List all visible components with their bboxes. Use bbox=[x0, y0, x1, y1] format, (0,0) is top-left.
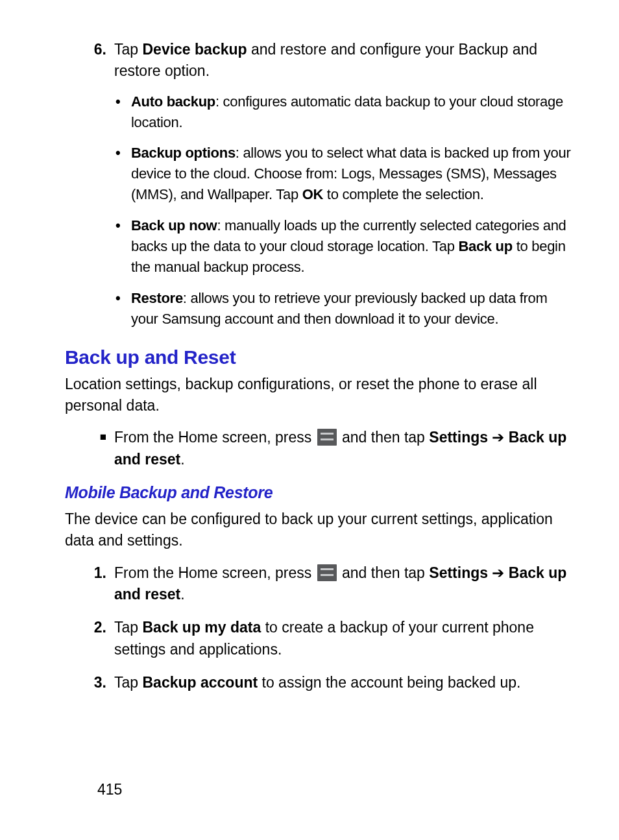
step-6: 6. Tap Device backup and restore and con… bbox=[78, 39, 574, 82]
text: and then tap bbox=[338, 564, 430, 581]
bold-label: Device backup bbox=[142, 41, 247, 58]
bold-label: Settings bbox=[429, 429, 488, 446]
bold-label: Backup options bbox=[131, 145, 236, 161]
arrow-icon: ➔ bbox=[488, 564, 509, 581]
text: Tap bbox=[114, 41, 142, 58]
square-bullet-icon: ■ bbox=[78, 427, 114, 448]
bold-label: Back up my data bbox=[142, 619, 261, 636]
text: and then tap bbox=[338, 429, 430, 446]
bold-label: Backup account bbox=[142, 674, 258, 691]
square-step-text: From the Home screen, press and then tap… bbox=[114, 427, 574, 470]
step-1: 1. From the Home screen, press and then … bbox=[78, 562, 574, 606]
step-6-sub-bullets: Auto backup: configures automatic data b… bbox=[114, 91, 574, 330]
text: . bbox=[180, 451, 184, 468]
step-2: 2. Tap Back up my data to create a backu… bbox=[78, 617, 574, 660]
menu-icon bbox=[317, 429, 337, 446]
text: Tap bbox=[114, 674, 142, 691]
bold-label: OK bbox=[302, 186, 323, 202]
step-number: 1. bbox=[78, 562, 114, 583]
step-number: 3. bbox=[78, 672, 114, 693]
page-number: 415 bbox=[97, 781, 122, 798]
step-3: 3. Tap Backup account to assign the acco… bbox=[78, 672, 574, 693]
step-2-text: Tap Back up my data to create a backup o… bbox=[114, 617, 574, 660]
subheading: Mobile Backup and Restore bbox=[65, 483, 574, 502]
text: : allows you to retrieve your previously… bbox=[131, 290, 547, 327]
document-page: 6. Tap Device backup and restore and con… bbox=[0, 0, 619, 840]
text: From the Home screen, press bbox=[114, 564, 316, 581]
bold-label: Back up now bbox=[131, 217, 217, 234]
sub-bullet: Back up now: manually loads up the curre… bbox=[114, 215, 574, 278]
step-6-text: Tap Device backup and restore and config… bbox=[114, 39, 574, 82]
menu-icon bbox=[317, 564, 337, 581]
section-heading: Back up and Reset bbox=[65, 346, 574, 368]
step-1-text: From the Home screen, press and then tap… bbox=[114, 562, 574, 606]
sub-bullet: Auto backup: configures automatic data b… bbox=[114, 91, 574, 133]
step-6-number: 6. bbox=[78, 39, 114, 60]
step-3-text: Tap Backup account to assign the account… bbox=[114, 672, 574, 693]
sub-bullet: Restore: allows you to retrieve your pre… bbox=[114, 288, 574, 330]
step-number: 2. bbox=[78, 617, 114, 638]
arrow-icon: ➔ bbox=[488, 429, 509, 446]
sub-intro: The device can be configured to back up … bbox=[65, 509, 574, 552]
text: to assign the account being backed up. bbox=[258, 674, 520, 691]
text: From the Home screen, press bbox=[114, 429, 316, 446]
bold-label: Settings bbox=[429, 564, 488, 581]
square-step: ■ From the Home screen, press and then t… bbox=[78, 427, 574, 470]
text: to complete the selection. bbox=[323, 186, 484, 202]
section-intro: Location settings, backup configurations… bbox=[65, 374, 574, 417]
bold-label: Auto backup bbox=[131, 93, 215, 110]
text: Tap bbox=[114, 619, 142, 636]
bold-label: Back up bbox=[458, 238, 512, 254]
text: . bbox=[180, 586, 184, 603]
bold-label: Restore bbox=[131, 290, 183, 306]
sub-bullet: Backup options: allows you to select wha… bbox=[114, 143, 574, 205]
